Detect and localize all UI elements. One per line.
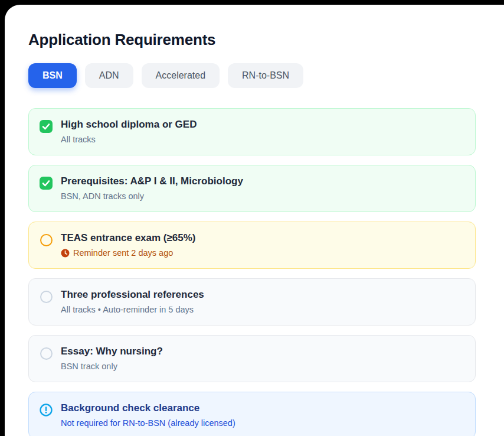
- requirement-item-prerequisites[interactable]: Prerequisites: A&P I & II, Microbiology …: [28, 165, 476, 212]
- requirement-item-references[interactable]: Three professional references All tracks…: [28, 278, 476, 326]
- requirement-title: Essay: Why nursing?: [61, 346, 163, 357]
- unchecked-circle-icon[interactable]: [40, 347, 53, 360]
- unchecked-circle-icon[interactable]: [40, 290, 53, 303]
- requirement-title: High school diploma or GED: [61, 119, 197, 131]
- page-title: Application Requirements: [28, 31, 476, 49]
- requirement-subtitle: All tracks: [61, 135, 197, 144]
- requirement-subtitle: BSN track only: [61, 362, 163, 371]
- requirement-subtitle: All tracks • Auto-reminder in 5 days: [61, 305, 204, 314]
- main-panel: Application Requirements BSN ADN Acceler…: [5, 5, 504, 436]
- requirement-subtitle: BSN, ADN tracks only: [61, 191, 243, 201]
- checked-checkbox-icon[interactable]: [40, 177, 53, 190]
- requirements-list: High school diploma or GED All tracks Pr…: [28, 108, 476, 436]
- tab-accelerated[interactable]: Accelerated: [142, 63, 220, 88]
- requirement-item-diploma[interactable]: High school diploma or GED All tracks: [28, 108, 476, 155]
- requirement-subtitle: Not required for RN-to-BSN (already lice…: [61, 418, 235, 428]
- requirement-title: Prerequisites: A&P I & II, Microbiology: [61, 175, 243, 187]
- unchecked-circle-icon[interactable]: [40, 233, 53, 246]
- reminder-text: Reminder sent 2 days ago: [73, 248, 173, 258]
- clock-icon: [61, 249, 70, 258]
- requirement-title: Three professional references: [61, 289, 204, 301]
- requirement-item-teas-exam[interactable]: TEAS entrance exam (≥65%) Reminder sent …: [28, 222, 476, 269]
- tab-bsn[interactable]: BSN: [28, 63, 77, 88]
- tab-adn[interactable]: ADN: [85, 63, 133, 88]
- requirement-subtitle: Reminder sent 2 days ago: [61, 248, 196, 258]
- checked-checkbox-icon[interactable]: [40, 120, 53, 133]
- requirement-title: Background check clearance: [61, 402, 235, 414]
- track-tabs: BSN ADN Accelerated RN-to-BSN: [28, 63, 476, 88]
- tab-rn-to-bsn[interactable]: RN-to-BSN: [228, 63, 303, 88]
- requirement-item-background-check[interactable]: Background check clearance Not required …: [28, 392, 476, 436]
- requirement-item-essay[interactable]: Essay: Why nursing? BSN track only: [28, 335, 476, 382]
- requirement-title: TEAS entrance exam (≥65%): [61, 232, 196, 244]
- info-icon: [40, 404, 53, 417]
